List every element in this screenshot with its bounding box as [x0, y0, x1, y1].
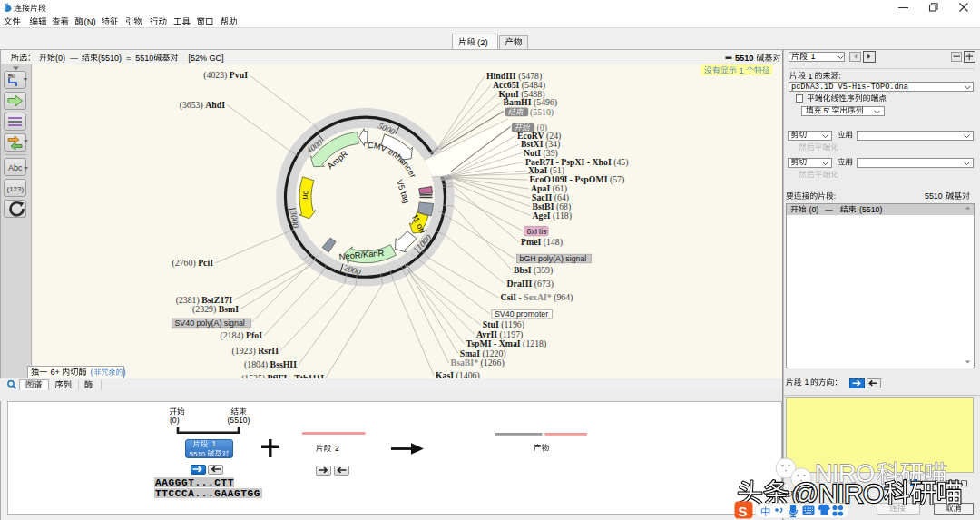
- svg-text:(0) —: (0) —: [55, 54, 78, 63]
- svg-text:(2): (2): [477, 37, 488, 47]
- svg-text:pcDNA3.1D V5-His-TOPO.dna: pcDNA3.1D V5-His-TOPO.dna: [791, 83, 908, 92]
- svg-text:5': 5': [824, 106, 830, 115]
- svg-text:AAGGGT...CTT: AAGGGT...CTT: [155, 477, 234, 488]
- svg-text:[52% GC]: [52% GC]: [189, 54, 224, 63]
- svg-text:(0): (0): [809, 205, 819, 214]
- svg-text:(5510): (5510): [859, 205, 882, 214]
- svg-text:(0): (0): [170, 416, 180, 425]
- svg-text:): ): [123, 368, 126, 377]
- svg-text:—: —: [825, 205, 833, 214]
- svg-text:1: 1: [740, 66, 744, 75]
- svg-text:2: 2: [335, 444, 339, 453]
- svg-text:(5510) = 5510: (5510) = 5510: [98, 54, 153, 63]
- svg-text:6+: 6+: [51, 368, 60, 377]
- svg-text:5510: 5510: [190, 450, 206, 458]
- svg-text:5510: 5510: [925, 191, 943, 201]
- svg-text:(N): (N): [84, 16, 96, 26]
- svg-text:(123): (123): [7, 185, 24, 193]
- svg-text:TTCCCA...GAAGTGG: TTCCCA...GAAGTGG: [155, 488, 260, 499]
- svg-text:Abc: Abc: [8, 163, 23, 172]
- svg-text:1: 1: [811, 52, 816, 61]
- svg-text:1: 1: [212, 439, 217, 448]
- svg-text:5510: 5510: [735, 54, 753, 63]
- svg-text:1: 1: [805, 378, 809, 387]
- svg-text:S: S: [739, 504, 748, 519]
- svg-text:1: 1: [808, 72, 813, 81]
- svg-text:(5510): (5510): [228, 416, 250, 425]
- svg-text:(: (: [91, 368, 93, 377]
